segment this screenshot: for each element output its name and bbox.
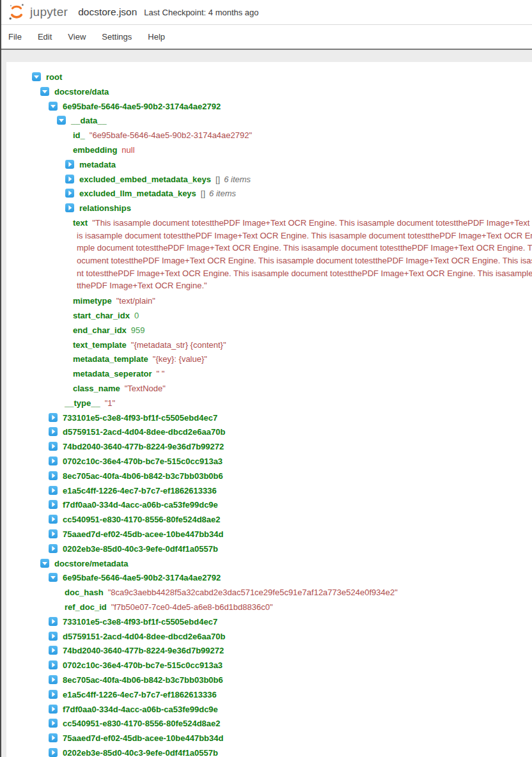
toggle-collapsed-icon[interactable] [65,203,74,212]
toggle-collapsed-icon[interactable] [49,457,58,465]
tree-row-class-name: class_name"TextNode" [6,382,532,396]
menu-edit[interactable]: Edit [38,32,52,42]
toggle-collapsed-icon[interactable] [49,660,58,669]
json-key[interactable]: root [46,72,62,82]
json-key[interactable]: docstore/metadata [54,559,129,568]
toggle-collapsed-icon[interactable] [49,486,58,495]
toggle-expanded-icon[interactable] [49,102,58,111]
toggle-collapsed-icon[interactable] [49,690,58,699]
tree-row-733101e5-c3e8-4f93-bf1f-c5505ebd4ec7: 733101e5-c3e8-4f93-bf1f-c5505ebd4ec7 [6,615,532,630]
json-value-null: null [121,145,134,155]
tree-row-relationships: relationships [6,201,532,216]
toggle-collapsed-icon[interactable] [49,675,58,684]
json-key[interactable]: e1a5c4ff-1226-4ec7-b7c7-ef1862613336 [63,690,217,699]
json-key[interactable]: 75aaed7d-ef02-45db-acee-10be447bb34d [63,529,223,539]
json-key[interactable]: 74bd2040-3640-477b-8224-9e36d7b99272 [63,646,224,655]
json-value-string: "1" [105,398,115,408]
json-value-number: 959 [131,325,145,335]
json-key[interactable]: 0202eb3e-85d0-40c3-9efe-0df4f1a0557b [63,748,218,757]
json-key[interactable]: 0702c10c-36e4-470b-bc7e-515c0cc913a3 [63,660,223,670]
empty-array-icon: [] [201,189,205,198]
json-key[interactable]: d5759151-2acd-4d04-8dee-dbcd2e6aa70b [63,427,225,437]
json-key[interactable]: cc540951-e830-4170-8556-80fe524d8ae2 [63,515,221,524]
tree-row-e1a5c4ff-1226-4ec7-b7c7-ef1862613336: e1a5c4ff-1226-4ec7-b7c7-ef1862613336 [6,484,532,499]
tree-row-74bd2040-3640-477b-8224-9e36d7b99272: 74bd2040-3640-477b-8224-9e36d7b99272 [6,644,532,659]
toggle-collapsed-icon[interactable] [49,515,58,524]
toggle-collapsed-icon[interactable] [49,733,58,742]
json-key[interactable]: f7df0aa0-334d-4acc-a06b-ca53fe99dc9e [63,500,218,510]
tree-row-e1a5c4ff-1226-4ec7-b7c7-ef1862613336: e1a5c4ff-1226-4ec7-b7c7-ef1862613336 [6,688,532,703]
json-key[interactable]: 74bd2040-3640-477b-8224-9e36d7b99272 [63,442,224,451]
json-key[interactable]: 6e95bafe-5646-4ae5-90b2-3174a4ae2792 [63,573,221,582]
json-key: id_ [73,130,85,140]
json-key[interactable]: __data__ [71,116,107,125]
json-key[interactable]: 0202eb3e-85d0-40c3-9efe-0df4f1a0557b [63,544,218,554]
json-key[interactable]: f7df0aa0-334d-4acc-a06b-ca53fe99dc9e [63,705,218,714]
title-bar: jupyter docstore.json Last Checkpoint: 4… [1,0,532,25]
json-key: text [73,218,88,228]
json-key[interactable]: metadata [79,160,116,169]
json-key[interactable]: d5759151-2acd-4d04-8dee-dbcd2e6aa70b [63,632,225,641]
menu-bar: File Edit View Settings Help [1,25,532,50]
menu-settings[interactable]: Settings [102,32,132,42]
toggle-collapsed-icon[interactable] [49,544,58,553]
json-key[interactable]: e1a5c4ff-1226-4ec7-b7c7-ef1862613336 [63,486,217,496]
toggle-collapsed-icon[interactable] [49,413,58,422]
tree-row--type-: __type__"1" [6,396,532,411]
toggle-collapsed-icon[interactable] [49,500,58,509]
json-key: mimetype [73,296,112,306]
tree-row--data-: __data__ [6,114,532,129]
toggle-collapsed-icon[interactable] [49,471,58,480]
json-value-string: "8ca9c3aebb4428f5a32cabd2e3dac571ce29fe5… [108,588,398,597]
json-key: metadata_template [73,354,148,364]
json-key[interactable]: relationships [79,203,131,213]
toggle-collapsed-icon[interactable] [49,442,58,451]
json-key[interactable]: excluded_embed_metadata_keys [79,175,211,184]
toggle-collapsed-icon[interactable] [65,189,74,198]
toggle-collapsed-icon[interactable] [49,617,58,626]
json-key[interactable]: 6e95bafe-5646-4ae5-90b2-3174a4ae2792 [63,102,221,111]
toggle-collapsed-icon[interactable] [49,427,58,436]
toggle-expanded-icon[interactable] [40,87,49,96]
json-key[interactable]: 8ec705ac-40fa-4b06-b842-b3c7bb03b0b6 [63,675,223,685]
tree-row-6e95bafe-5646-4ae5-90b2-3174a4ae2792: 6e95bafe-5646-4ae5-90b2-3174a4ae2792 [6,100,532,114]
toggle-expanded-icon[interactable] [57,116,66,125]
tree-row-end-char-idx: end_char_idx959 [6,324,532,338]
tree-row-id-: id_"6e95bafe-5646-4ae5-90b2-3174a4ae2792… [6,129,532,143]
empty-array-icon: [] [215,175,220,184]
toggle-collapsed-icon[interactable] [65,160,74,169]
json-key[interactable]: cc540951-e830-4170-8556-80fe524d8ae2 [63,719,221,728]
tree-row-f7df0aa0-334d-4acc-a06b-ca53fe99dc9e: f7df0aa0-334d-4acc-a06b-ca53fe99dc9e [6,498,532,513]
tree-row-6e95bafe-5646-4ae5-90b2-3174a4ae2792: 6e95bafe-5646-4ae5-90b2-3174a4ae2792 [6,571,532,586]
json-value-text: "This isasample document totestthePDF Im… [77,218,532,291]
json-key[interactable]: 733101e5-c3e8-4f93-bf1f-c5505ebd4ec7 [63,413,217,423]
tree-row-f7df0aa0-334d-4acc-a06b-ca53fe99dc9e: f7df0aa0-334d-4acc-a06b-ca53fe99dc9e [6,703,532,717]
toggle-collapsed-icon[interactable] [49,748,58,757]
tree-row-8ec705ac-40fa-4b06-b842-b3c7bb03b0b6: 8ec705ac-40fa-4b06-b842-b3c7bb03b0b6 [6,673,532,688]
last-checkpoint-label: Last Checkpoint: 4 months ago [144,8,258,17]
tree-row-text: text"This isasample document totestthePD… [6,216,532,294]
json-key[interactable]: docstore/data [54,87,109,97]
toggle-collapsed-icon[interactable] [49,646,58,655]
toggle-expanded-icon[interactable] [49,573,58,582]
jupyter-wordmark: jupyter [30,5,68,19]
toggle-collapsed-icon[interactable] [49,632,58,641]
json-key[interactable]: excluded_llm_metadata_keys [79,189,196,198]
toggle-collapsed-icon[interactable] [49,719,58,728]
tree-row-733101e5-c3e8-4f93-bf1f-c5505ebd4ec7: 733101e5-c3e8-4f93-bf1f-c5505ebd4ec7 [6,411,532,426]
menu-view[interactable]: View [68,32,86,42]
json-value-string: "TextNode" [125,384,166,393]
menu-help[interactable]: Help [148,32,165,42]
menu-file[interactable]: File [8,32,22,42]
json-key[interactable]: 75aaed7d-ef02-45db-acee-10be447bb34d [63,733,223,743]
toggle-collapsed-icon[interactable] [49,529,58,538]
toggle-collapsed-icon[interactable] [65,175,74,183]
tree-row-excluded-embed-metadata-keys: excluded_embed_metadata_keys[]6 items [6,173,532,187]
json-key[interactable]: 8ec705ac-40fa-4b06-b842-b3c7bb03b0b6 [63,471,223,481]
json-key[interactable]: 0702c10c-36e4-470b-bc7e-515c0cc913a3 [63,457,223,466]
toggle-expanded-icon[interactable] [40,559,49,568]
toggle-collapsed-icon[interactable] [49,705,58,714]
json-key[interactable]: 733101e5-c3e8-4f93-bf1f-c5505ebd4ec7 [63,617,217,627]
toggle-expanded-icon[interactable] [32,72,41,81]
jupyter-logo[interactable] [7,3,26,22]
